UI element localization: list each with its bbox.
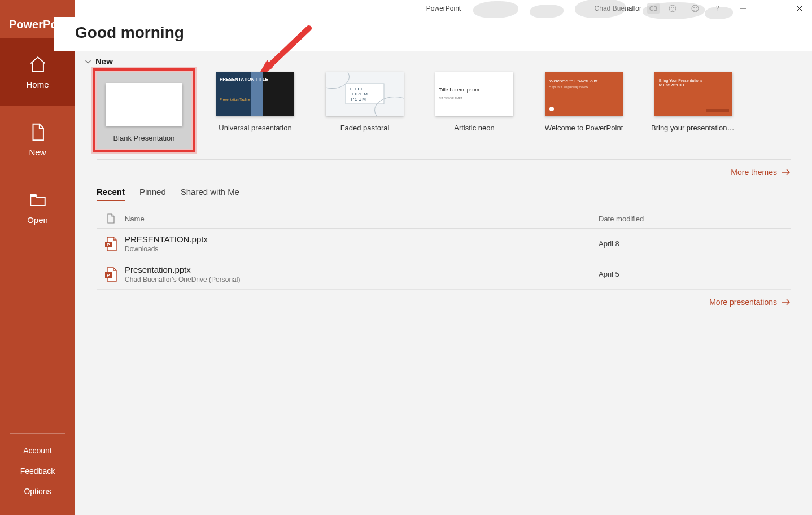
chevron-down-icon (84, 58, 92, 66)
file-icon (107, 213, 115, 224)
new-file-icon (28, 123, 47, 142)
user-avatar-badge[interactable]: CB (647, 3, 660, 14)
svg-point-1 (671, 7, 672, 8)
template-label: Welcome to PowerPoint (545, 124, 623, 132)
file-location: Downloads (125, 245, 599, 253)
more-themes-label: More themes (731, 168, 777, 177)
pptx-file-icon: P (104, 267, 117, 282)
smile-icon (668, 4, 677, 13)
template-label: Universal presentation (219, 124, 291, 132)
template-thumb (106, 83, 182, 126)
window-title: PowerPoint (426, 5, 461, 12)
feedback-frown-button[interactable] (686, 0, 705, 17)
nav-home-label: Home (26, 80, 49, 89)
template-thumb: PRESENTATION TITLE Presentation Tagline (216, 72, 294, 116)
nav-new-label: New (29, 147, 46, 157)
sidebar: PowerPoint Home New Open Account Feedbac… (0, 0, 75, 515)
nav-open-label: Open (27, 215, 48, 225)
more-themes-link[interactable]: More themes (97, 160, 791, 180)
nav-open[interactable]: Open (0, 173, 75, 241)
svg-text:P: P (107, 273, 110, 278)
svg-point-5 (696, 7, 697, 8)
template-thumb: Title Lorem IpsumSIT DOLOR AMET (435, 72, 513, 116)
new-section-label: New (95, 56, 113, 66)
svg-text:P: P (107, 242, 110, 247)
main: PowerPoint Chad Buenaflor CB Good mornin… (75, 0, 812, 515)
templates-row: Blank Presentation PRESENTATION TITLE Pr… (97, 72, 791, 160)
svg-point-0 (669, 5, 676, 12)
new-section-toggle[interactable]: New (84, 56, 791, 66)
nav-options[interactable]: Options (10, 481, 65, 501)
tab-shared-with-me[interactable]: Shared with Me (181, 184, 239, 201)
nav-new[interactable]: New (0, 106, 75, 173)
template-label: Faded pastoral (340, 124, 390, 132)
file-name: PRESENTATION.pptx (125, 234, 599, 244)
file-date: April 8 (599, 239, 791, 248)
tab-pinned[interactable]: Pinned (139, 184, 166, 201)
template-thumb: TITLE LOREM IPSUM (326, 72, 404, 116)
template-faded-pastoral[interactable]: TITLE LOREM IPSUM Faded pastoral (326, 72, 404, 149)
template-blank-presentation[interactable]: Blank Presentation (97, 72, 191, 149)
arrow-right-icon (782, 299, 791, 305)
file-location: Chad Buenaflor's OneDrive (Personal) (125, 276, 599, 283)
arrow-right-icon (782, 169, 791, 176)
folder-open-icon (28, 190, 47, 210)
pptx-file-icon: P (104, 236, 117, 252)
tab-recent[interactable]: Recent (97, 184, 125, 201)
titlebar: PowerPoint Chad Buenaflor CB (75, 0, 812, 17)
file-tabs: Recent Pinned Shared with Me (97, 184, 791, 201)
template-label: Blank Presentation (113, 134, 174, 142)
maximize-icon (769, 6, 774, 11)
nav-feedback[interactable]: Feedback (10, 461, 65, 481)
home-icon (28, 55, 47, 74)
frown-icon (691, 4, 700, 13)
svg-point-4 (694, 7, 695, 8)
more-presentations-label: More presentations (709, 298, 777, 307)
svg-point-2 (674, 7, 674, 8)
file-row[interactable]: P PRESENTATION.pptx Downloads April 8 (97, 229, 791, 259)
template-thumb: Welcome to PowerPoint 5 tips for a simpl… (545, 72, 623, 116)
nav-account[interactable]: Account (10, 440, 65, 461)
greeting-heading: Good morning (75, 24, 812, 42)
window-maximize-button[interactable] (759, 0, 784, 17)
template-welcome-to-powerpoint[interactable]: Welcome to PowerPoint 5 tips for a simpl… (545, 72, 623, 149)
help-button[interactable] (708, 0, 727, 17)
header-date[interactable]: Date modified (599, 215, 791, 223)
template-bring-presentations-3d[interactable]: Bring Your Presentations to Life with 3D… (654, 72, 732, 149)
header-name[interactable]: Name (125, 215, 599, 223)
help-icon (713, 4, 722, 13)
template-thumb: Bring Your Presentations to Life with 3D (654, 72, 732, 116)
more-presentations-link[interactable]: More presentations (97, 290, 791, 315)
template-label: Artistic neon (454, 124, 495, 132)
feedback-smile-button[interactable] (663, 0, 682, 17)
minimize-icon (740, 6, 746, 11)
svg-rect-6 (769, 6, 774, 11)
file-list-header: Name Date modified (97, 207, 791, 229)
template-universal-presentation[interactable]: PRESENTATION TITLE Presentation Tagline … (216, 72, 294, 149)
window-close-button[interactable] (787, 0, 812, 17)
template-label: Bring your presentations to l… (651, 124, 736, 132)
window-minimize-button[interactable] (731, 0, 756, 17)
svg-point-3 (692, 5, 699, 12)
file-name: Presentation.pptx (125, 265, 599, 274)
content-area: New Blank Presentation PRESENTATION TITL… (75, 51, 812, 515)
file-date: April 5 (599, 270, 791, 278)
file-row[interactable]: P Presentation.pptx Chad Buenaflor's One… (97, 259, 791, 290)
close-icon (797, 6, 802, 11)
template-artistic-neon[interactable]: Title Lorem IpsumSIT DOLOR AMET Artistic… (435, 72, 513, 149)
user-name[interactable]: Chad Buenaflor (595, 5, 641, 12)
